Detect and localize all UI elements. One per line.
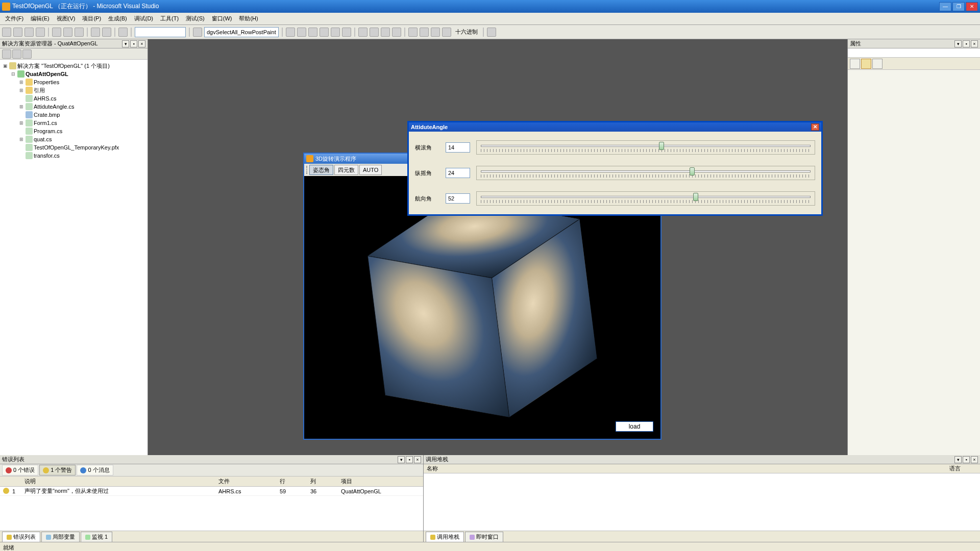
- step-out-icon[interactable]: [431, 28, 440, 37]
- properties-page-icon[interactable]: [872, 59, 883, 69]
- toolbar-icon[interactable]: [342, 28, 351, 37]
- solution-tree[interactable]: ▣ 解决方案 "TestOfOpenGL" (1 个项目) ⊟ QuatAttO…: [0, 60, 148, 455]
- paste-icon[interactable]: [75, 28, 84, 37]
- tab-locals[interactable]: 局部变量: [41, 532, 80, 542]
- tree-item[interactable]: Program.cs: [2, 127, 145, 135]
- panel-close-icon[interactable]: ×: [138, 40, 145, 47]
- toolbar-icon[interactable]: [331, 28, 340, 37]
- panel-pin-icon[interactable]: ▪: [963, 456, 970, 463]
- panel-pin-icon[interactable]: ▪: [963, 40, 970, 47]
- panel-dropdown-icon[interactable]: ▾: [954, 456, 962, 463]
- undo-icon[interactable]: [91, 28, 100, 37]
- attitude-input[interactable]: [446, 168, 470, 178]
- expand-icon[interactable]: [18, 112, 24, 117]
- toolbar-icon[interactable]: [308, 28, 317, 37]
- col-column[interactable]: 列: [310, 478, 341, 485]
- panel-pin-icon[interactable]: ▪: [130, 40, 137, 47]
- col-name[interactable]: 名称: [424, 465, 949, 472]
- properties-grid[interactable]: [848, 70, 980, 455]
- menu-project[interactable]: 项目(P): [79, 14, 104, 23]
- tree-item[interactable]: ⊞Properties: [2, 78, 145, 86]
- attitude-slider[interactable]: [476, 140, 815, 155]
- col-project[interactable]: 项目: [341, 478, 423, 485]
- callstack-body[interactable]: [424, 473, 980, 531]
- attitude-slider[interactable]: [476, 166, 815, 180]
- warnings-filter[interactable]: 1 个警告: [39, 465, 76, 475]
- panel-close-icon[interactable]: ×: [971, 40, 978, 47]
- tree-item[interactable]: ⊞quat.cs: [2, 135, 145, 143]
- tree-item[interactable]: Crate.bmp: [2, 111, 145, 119]
- col-lang[interactable]: 语言: [949, 465, 980, 472]
- col-line[interactable]: 行: [280, 478, 310, 485]
- save-all-icon[interactable]: [36, 28, 45, 37]
- attitude-input[interactable]: [446, 142, 470, 153]
- redo-icon[interactable]: [102, 28, 111, 37]
- toolbar-icon[interactable]: [320, 28, 329, 37]
- col-file[interactable]: 文件: [218, 478, 280, 485]
- properties-icon[interactable]: [2, 49, 11, 59]
- panel-close-icon[interactable]: ×: [414, 456, 421, 463]
- panel-close-icon[interactable]: ×: [971, 456, 978, 463]
- grip-icon[interactable]: [306, 166, 308, 174]
- toolbar-icon[interactable]: [297, 28, 306, 37]
- attitude-angle-button[interactable]: 姿态角: [309, 165, 333, 175]
- new-project-icon[interactable]: [2, 28, 11, 37]
- menu-debug[interactable]: 调试(D): [131, 14, 156, 23]
- maximize-button[interactable]: ❐: [952, 2, 965, 11]
- method-combo[interactable]: dgvSelectAll_RowPostPaint: [204, 27, 279, 37]
- expand-icon[interactable]: ⊞: [18, 88, 24, 93]
- config-combo[interactable]: [135, 27, 186, 37]
- menu-view[interactable]: 视图(V): [54, 14, 79, 23]
- hex-label[interactable]: 十六进制: [455, 28, 478, 36]
- open-icon[interactable]: [13, 28, 22, 37]
- step-into-icon[interactable]: [408, 28, 418, 37]
- refresh-icon[interactable]: [22, 49, 32, 59]
- expand-icon[interactable]: ⊞: [18, 137, 24, 142]
- messages-filter[interactable]: 0 个消息: [77, 465, 113, 475]
- toolbar-icon[interactable]: [286, 28, 295, 37]
- load-button[interactable]: load: [616, 421, 653, 432]
- menu-help[interactable]: 帮助(H): [236, 14, 261, 23]
- show-all-icon[interactable]: [12, 49, 21, 59]
- error-table[interactable]: 说明 文件 行 列 项目 1声明了变量"norm"，但从未使用过AHRS.cs5…: [0, 477, 423, 531]
- menu-build[interactable]: 生成(B): [105, 14, 130, 23]
- tree-item[interactable]: TestOfOpenGL_TemporaryKey.pfx: [2, 143, 145, 152]
- panel-dropdown-icon[interactable]: ▾: [398, 456, 405, 463]
- cut-icon[interactable]: [52, 28, 61, 37]
- menu-test[interactable]: 测试(S): [183, 14, 208, 23]
- tab-watch[interactable]: 监视 1: [81, 532, 112, 542]
- panel-dropdown-icon[interactable]: ▾: [954, 40, 962, 47]
- tree-project[interactable]: ⊟ QuatAttOpenGL: [2, 70, 145, 78]
- panel-dropdown-icon[interactable]: ▾: [122, 40, 129, 47]
- attitude-slider[interactable]: [476, 191, 815, 206]
- copy-icon[interactable]: [63, 28, 72, 37]
- slider-thumb[interactable]: [659, 142, 664, 150]
- minimize-button[interactable]: —: [939, 2, 951, 11]
- start-icon[interactable]: [118, 28, 128, 37]
- tree-solution-root[interactable]: ▣ 解决方案 "TestOfOpenGL" (1 个项目): [2, 62, 145, 70]
- attitude-input[interactable]: [446, 193, 470, 204]
- tree-item[interactable]: ⊞AttiduteAngle.cs: [2, 103, 145, 111]
- expand-icon[interactable]: [18, 96, 24, 101]
- properties-object-combo[interactable]: [848, 48, 980, 58]
- attitude-close-icon[interactable]: ✕: [811, 123, 819, 131]
- save-icon[interactable]: [24, 28, 34, 37]
- tree-item[interactable]: AHRS.cs: [2, 94, 145, 103]
- attitude-dialog[interactable]: AttiduteAngle ✕ 横滚角 纵摇角 航向角: [407, 121, 823, 216]
- continue-icon[interactable]: [358, 28, 368, 37]
- attitude-titlebar[interactable]: AttiduteAngle ✕: [409, 122, 821, 132]
- expand-icon[interactable]: [18, 129, 24, 134]
- categorized-icon[interactable]: [850, 59, 860, 69]
- toolbar-icon[interactable]: [487, 28, 496, 37]
- toolbar-icon[interactable]: [442, 28, 451, 37]
- expand-icon[interactable]: ⊟: [10, 71, 16, 77]
- expand-icon[interactable]: ⊞: [18, 120, 24, 126]
- error-row[interactable]: 1声明了变量"norm"，但从未使用过AHRS.cs5936QuatAttOpe…: [0, 487, 423, 496]
- menu-window[interactable]: 窗口(W): [209, 14, 235, 23]
- close-button[interactable]: ✕: [966, 2, 978, 11]
- tab-immediate[interactable]: 即时窗口: [465, 532, 503, 542]
- tree-item[interactable]: transfor.cs: [2, 152, 145, 160]
- errors-filter[interactable]: 0 个错误: [2, 465, 38, 475]
- expand-icon[interactable]: ⊞: [18, 80, 24, 85]
- find-icon[interactable]: [193, 28, 202, 37]
